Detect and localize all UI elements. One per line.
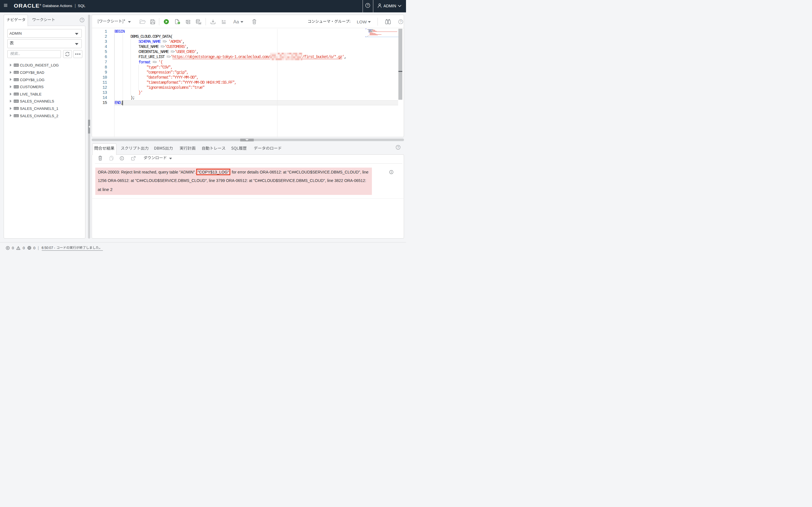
svg-text:?: ? [81, 18, 83, 21]
svg-text:?: ? [400, 20, 402, 23]
svg-text:?: ? [397, 146, 399, 149]
svg-text:?: ? [367, 4, 368, 7]
